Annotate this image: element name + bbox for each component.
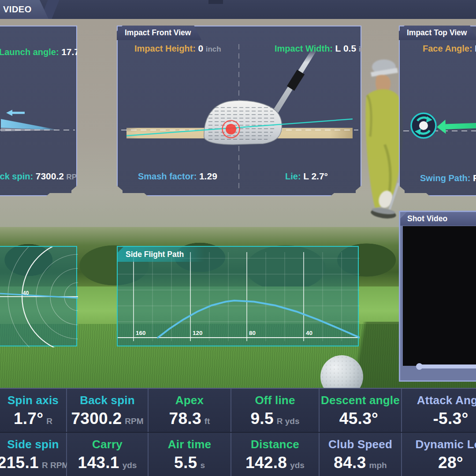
stat-unit: yds xyxy=(123,461,137,470)
x-tick-120: 120 xyxy=(193,330,203,336)
impact-front-view-title-tab: Impact Front View xyxy=(117,26,201,40)
stat-cell-club-speed: Club Speed 84.3mph xyxy=(320,433,402,476)
stat-cell-back-spin: Back spin 7300.2RPM xyxy=(67,389,149,432)
stat-label: Side spin xyxy=(7,438,59,451)
stat-cell-dynamic-loft: Dynamic Loft 28° xyxy=(402,433,476,476)
panel-impact-top-view: Face Angle: R 1.8° Swing Path: R 2.6° Im… xyxy=(399,26,476,196)
stat-unit: RPM xyxy=(125,416,143,426)
panel-impact-front-view: Impact Height: 0 inch Impact Width: L 0.… xyxy=(117,26,361,196)
tab-video[interactable]: VIDEO xyxy=(0,0,48,19)
lie-label: Lie: xyxy=(285,171,301,181)
x-tick-160: 160 xyxy=(136,330,146,336)
smash-factor-value: 1.29 xyxy=(199,171,217,181)
panel-top-flight-path: 40 xyxy=(0,246,77,346)
stat-cell-attack-angle: Attack Angle -5.3° xyxy=(402,389,476,432)
metric-smash-factor: Smash factor: 1.29 xyxy=(138,171,217,182)
panel-side-flight-path: 160 120 80 40 Side Flight Path xyxy=(117,246,359,346)
shot-stats-table: Spin axis 1.7°R Back spin 7300.2RPM Apex… xyxy=(0,388,476,476)
stat-label: Attack Angle xyxy=(417,394,476,407)
stat-cell-distance: Distance 142.8yds xyxy=(231,433,320,476)
stat-cell-side-spin: Side spin 215.1R RPM xyxy=(0,433,67,476)
stat-label: Club Speed xyxy=(328,438,392,451)
stat-value: 142.8 xyxy=(245,454,287,472)
shot-video-display[interactable] xyxy=(403,226,476,366)
swing-path-arrow-icon xyxy=(436,117,476,134)
x-tick-80: 80 xyxy=(249,330,256,336)
background-putter xyxy=(369,183,402,225)
metric-impact-width: Impact Width: L 0.5 inch xyxy=(275,43,374,54)
stat-unit: R xyxy=(46,416,52,426)
spin-ball-widget-ball xyxy=(419,121,428,130)
stat-label: Apex xyxy=(175,394,204,407)
stat-cell-spin-axis: Spin axis 1.7°R xyxy=(0,389,67,432)
impact-height-unit: inch xyxy=(206,45,221,53)
stat-label: Spin axis xyxy=(7,394,59,407)
stat-label: Back spin xyxy=(80,394,135,407)
stat-unit: mph xyxy=(369,461,387,470)
metric-face-angle: Face Angle: R 1.8° xyxy=(423,43,476,54)
golf-launch-monitor-screen: { "colors":{ "cyan":"#2cc9d9","green":"#… xyxy=(0,0,476,476)
stat-label: Descent angle xyxy=(321,394,400,407)
impact-height-value: 0 xyxy=(198,43,203,53)
launch-direction-arrow-icon xyxy=(6,110,12,116)
back-spin-value: 7300.2 xyxy=(36,171,64,181)
impact-width-value: L 0.5 xyxy=(335,43,356,53)
stat-value: -5.3° xyxy=(433,409,468,428)
impact-point-dot xyxy=(226,124,236,134)
stat-unit: yds xyxy=(290,461,305,470)
metric-swing-path: Swing Path: R 2.6° xyxy=(420,173,476,183)
impact-height-label: Impact Height: xyxy=(134,44,196,53)
stat-value: 1.7° xyxy=(14,409,43,428)
stat-value: 78.3 xyxy=(169,409,201,428)
panel-shot-video: Shot Video xyxy=(399,211,476,382)
top-flight-path-chart: 40 xyxy=(0,247,78,347)
back-spin-label: Back spin: xyxy=(0,171,33,181)
stat-unit: R yds xyxy=(277,416,300,426)
stat-label: Carry xyxy=(92,438,123,451)
stat-label: Dynamic Loft xyxy=(415,438,476,451)
stat-unit: s xyxy=(200,461,205,470)
club-head-face xyxy=(204,100,282,145)
swing-path-label: Swing Path: xyxy=(420,173,470,183)
stat-cell-apex: Apex 78.3ft xyxy=(149,389,231,432)
stat-value: 5.5 xyxy=(174,454,197,472)
stat-cell-air-time: Air time 5.5s xyxy=(149,433,231,476)
metric-lie: Lie: L 2.7° xyxy=(285,171,328,182)
stat-value: 143.1 xyxy=(78,454,119,472)
shot-video-title-bar: Shot Video xyxy=(400,212,476,226)
stat-label: Air time xyxy=(168,438,211,451)
metric-back-spin: Back spin: 7300.2 RPM xyxy=(0,171,83,182)
radar-ring-label: 40 xyxy=(23,290,29,296)
face-angle-label: Face Angle: xyxy=(423,44,472,53)
stat-value: 9.5 xyxy=(250,409,273,428)
x-tick-40: 40 xyxy=(306,330,312,336)
impact-top-view-title-tab: Impact Top View xyxy=(399,26,476,40)
shot-video-scrubber[interactable] xyxy=(419,364,476,368)
stat-value: 45.3° xyxy=(339,409,378,428)
ball-trajectory-line xyxy=(158,301,360,338)
lie-value: L 2.7° xyxy=(303,171,328,181)
launch-ground-dashed-line xyxy=(0,130,75,130)
metric-impact-height: Impact Height: 0 inch xyxy=(134,43,221,54)
stat-value: 84.3 xyxy=(334,454,366,472)
side-flight-path-title-tab: Side Flight Path xyxy=(118,247,204,262)
top-bar-notch xyxy=(208,0,223,4)
smash-factor-label: Smash factor: xyxy=(138,171,197,181)
stat-cell-off-line: Off line 9.5R yds xyxy=(231,389,320,432)
stat-unit: R RPM xyxy=(42,461,69,470)
top-bar: VIDEO xyxy=(0,0,476,19)
panel-launch-angle: Launch angle: 17.7° Back spin: 7300.2 RP… xyxy=(0,26,77,196)
stat-value: 7300.2 xyxy=(71,409,122,428)
stat-label: Off line xyxy=(255,394,295,407)
stat-label: Distance xyxy=(251,438,299,451)
stat-cell-carry: Carry 143.1yds xyxy=(67,433,149,476)
impact-width-label: Impact Width: xyxy=(275,44,333,53)
club-grip-band xyxy=(287,70,305,91)
swing-path-value: R 2.6° xyxy=(473,173,476,183)
side-flight-path-chart: 160 120 80 40 xyxy=(118,247,360,347)
stat-value: 28° xyxy=(438,454,463,472)
stat-value: 215.1 xyxy=(0,454,39,472)
stat-cell-descent-angle: Descent angle 45.3° xyxy=(320,389,402,432)
stat-unit: ft xyxy=(205,416,210,426)
